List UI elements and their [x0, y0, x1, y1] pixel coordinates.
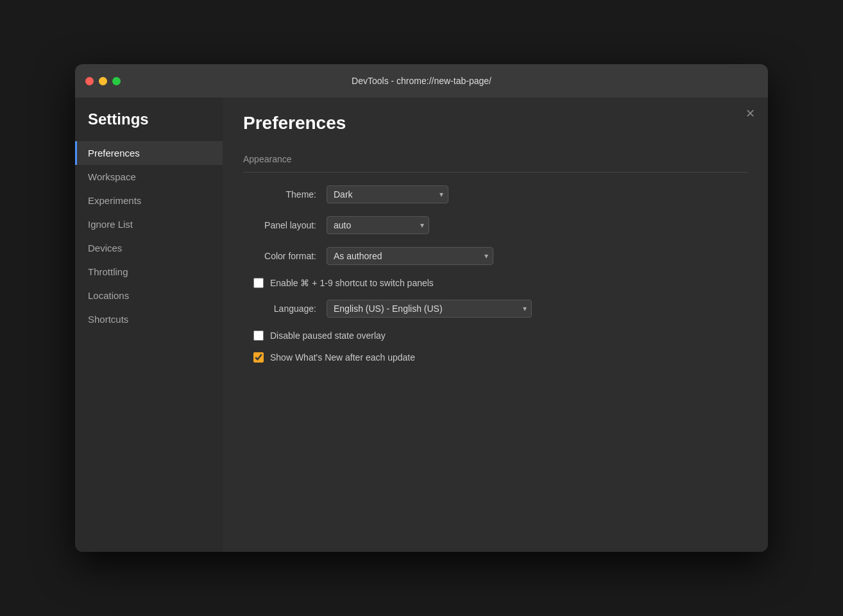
shortcut-checkbox-label: Enable ⌘ + 1-9 shortcut to switch panels: [270, 278, 434, 288]
sidebar-item-label: Shortcuts: [88, 314, 128, 325]
theme-label: Theme:: [243, 189, 327, 200]
sidebar-item-label: Experiments: [88, 195, 141, 206]
whats-new-checkbox-row: Show What's New after each update: [243, 352, 747, 363]
window-title: DevTools - chrome://new-tab-page/: [352, 76, 491, 86]
main-panel: ✕ Preferences Appearance Theme: Default …: [223, 98, 768, 552]
section-title: Appearance: [243, 144, 747, 173]
paused-state-checkbox-label: Disable paused state overlay: [270, 330, 386, 341]
theme-select-wrapper: Default Dark Light: [327, 185, 448, 203]
panel-layout-label: Panel layout:: [243, 220, 327, 230]
sidebar-item-throttling[interactable]: Throttling: [75, 260, 223, 284]
close-icon[interactable]: ✕: [745, 108, 755, 119]
maximize-button[interactable]: [112, 77, 121, 85]
language-select[interactable]: English (US) - English (US): [327, 300, 532, 318]
sidebar-item-workspace[interactable]: Workspace: [75, 165, 223, 189]
content-area: Settings Preferences Workspace Experimen…: [75, 98, 768, 552]
sidebar-item-experiments[interactable]: Experiments: [75, 189, 223, 212]
color-format-label: Color format:: [243, 251, 327, 261]
sidebar-item-label: Locations: [88, 290, 129, 301]
shortcut-checkbox[interactable]: [253, 278, 264, 288]
main-body: Appearance Theme: Default Dark Light Pan…: [223, 144, 768, 552]
devtools-window: DevTools - chrome://new-tab-page/ Settin…: [75, 64, 768, 552]
sidebar-item-devices[interactable]: Devices: [75, 236, 223, 260]
sidebar-item-label: Workspace: [88, 171, 136, 182]
minimize-button[interactable]: [99, 77, 107, 85]
traffic-lights: [85, 77, 121, 85]
sidebar-item-shortcuts[interactable]: Shortcuts: [75, 307, 223, 331]
sidebar-heading: Settings: [75, 110, 223, 141]
page-title: Preferences: [243, 113, 747, 133]
panel-layout-row: Panel layout: auto horizontal vertical: [243, 216, 747, 234]
whats-new-checkbox[interactable]: [253, 352, 264, 363]
panel-layout-select-wrapper: auto horizontal vertical: [327, 216, 429, 234]
sidebar-item-label: Ignore List: [88, 219, 133, 230]
paused-state-checkbox-row: Disable paused state overlay: [243, 330, 747, 341]
close-button[interactable]: [85, 77, 94, 85]
language-select-wrapper: English (US) - English (US): [327, 300, 532, 318]
main-header: Preferences: [223, 98, 768, 144]
sidebar: Settings Preferences Workspace Experimen…: [75, 98, 223, 552]
sidebar-item-label: Throttling: [88, 266, 128, 277]
sidebar-item-label: Devices: [88, 243, 122, 253]
titlebar: DevTools - chrome://new-tab-page/: [75, 64, 768, 98]
whats-new-checkbox-label: Show What's New after each update: [270, 352, 415, 363]
color-format-row: Color format: As authored HEX RGB HSL: [243, 247, 747, 265]
sidebar-item-label: Preferences: [88, 148, 140, 158]
shortcut-checkbox-row: Enable ⌘ + 1-9 shortcut to switch panels: [243, 278, 747, 288]
color-format-select-wrapper: As authored HEX RGB HSL: [327, 247, 493, 265]
sidebar-item-locations[interactable]: Locations: [75, 284, 223, 307]
theme-select[interactable]: Default Dark Light: [327, 185, 448, 203]
color-format-select[interactable]: As authored HEX RGB HSL: [327, 247, 493, 265]
language-label: Language:: [243, 304, 327, 314]
panel-layout-select[interactable]: auto horizontal vertical: [327, 216, 429, 234]
sidebar-item-ignore-list[interactable]: Ignore List: [75, 212, 223, 236]
paused-state-checkbox[interactable]: [253, 330, 264, 341]
sidebar-item-preferences[interactable]: Preferences: [75, 141, 223, 165]
language-row: Language: English (US) - English (US): [243, 300, 747, 318]
theme-row: Theme: Default Dark Light: [243, 185, 747, 203]
